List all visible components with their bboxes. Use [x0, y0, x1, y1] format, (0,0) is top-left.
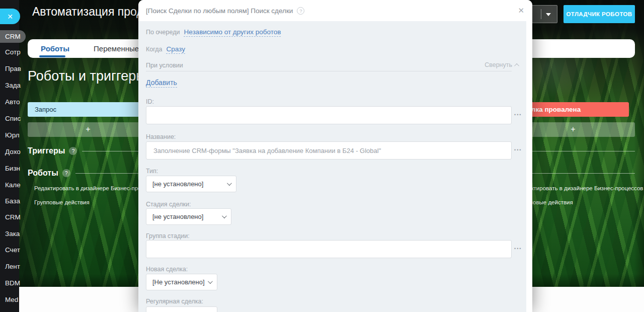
- stage-group-label: Группа стадии:: [146, 232, 190, 240]
- page-title: Роботы и триггеры: [28, 68, 146, 84]
- sidebar-item[interactable]: Зака: [5, 230, 20, 238]
- sidebar-item[interactable]: Прав: [5, 65, 21, 72]
- dots-menu-icon[interactable]: •••: [514, 112, 522, 117]
- type-select[interactable]: [не установлено]: [146, 176, 236, 192]
- section-triggers-label: Триггеры: [28, 146, 65, 155]
- chevron-down-icon: [546, 13, 551, 16]
- recurring-select[interactable]: [146, 306, 217, 312]
- when-row: Когда Сразу: [146, 45, 185, 54]
- page-header-title: Автоматизация прод: [32, 5, 143, 19]
- robot-debugger-button[interactable]: ОТЛАДЧИК РОБОТОВ: [564, 5, 635, 23]
- stage-group-input[interactable]: [146, 240, 512, 258]
- stage-select[interactable]: [не установлено]: [146, 208, 231, 225]
- dots-menu-icon[interactable]: •••: [514, 147, 522, 152]
- type-label: Тип:: [146, 168, 158, 175]
- when-label: Когда: [146, 46, 162, 53]
- chevron-up-icon: [514, 63, 519, 68]
- collapse-toggle[interactable]: Свернуть: [485, 61, 519, 68]
- sidebar-item[interactable]: CRM: [5, 213, 21, 221]
- name-input[interactable]: [146, 141, 512, 160]
- collapse-label: Свернуть: [485, 61, 512, 68]
- sidebar-item[interactable]: Спис: [5, 115, 21, 122]
- sidebar-item[interactable]: Авто: [5, 98, 20, 106]
- chevron-down-icon: [222, 213, 227, 218]
- name-label: Название:: [146, 133, 176, 140]
- add-status-button[interactable]: +: [28, 122, 148, 137]
- queue-value-link[interactable]: Независимо от других роботов: [184, 28, 281, 37]
- sidebar-item[interactable]: Дохо: [5, 148, 21, 155]
- tab-robots[interactable]: Роботы: [41, 44, 69, 53]
- new-deal-select[interactable]: [Не установлено]: [146, 274, 217, 290]
- button-divider: [541, 9, 541, 19]
- stage-select-value: [не установлено]: [152, 213, 203, 220]
- status-button-query[interactable]: Запрос: [28, 102, 148, 117]
- help-icon[interactable]: ?: [62, 169, 70, 177]
- sidebar-item[interactable]: Счет: [5, 246, 20, 254]
- sidebar-item[interactable]: Зада: [5, 82, 21, 89]
- help-icon[interactable]: ?: [297, 7, 304, 15]
- robot-settings-modal: [Поиск Сделки по любым полям] Поиск сдел…: [138, 0, 532, 312]
- queue-row: По очереди Независимо от других роботов: [146, 28, 281, 37]
- when-value-link[interactable]: Сразу: [166, 45, 185, 54]
- add-condition-link[interactable]: Добавить: [146, 79, 177, 88]
- active-tab-underline: [39, 55, 65, 57]
- sidebar-item[interactable]: Med: [5, 296, 18, 303]
- id-label: ID:: [146, 98, 154, 105]
- designer-link[interactable]: Редактировать в дизайнере Бизнес-процесс…: [518, 185, 643, 191]
- stage-label: Стадия сделки:: [146, 201, 191, 208]
- sidebar-item[interactable]: Лент: [5, 263, 20, 270]
- dropdown-caret-button[interactable]: [531, 5, 557, 23]
- sidebar-item[interactable]: Кале: [5, 181, 21, 189]
- type-select-value: [не установлено]: [152, 180, 203, 188]
- chevron-down-icon: [208, 279, 213, 284]
- sidebar-item-crm[interactable]: CRM: [0, 30, 26, 43]
- recurring-label: Регулярная сделка:: [146, 298, 203, 305]
- modal-close-button[interactable]: ✕: [518, 6, 524, 15]
- tab-variables[interactable]: Переменные: [94, 44, 139, 53]
- new-deal-select-value: [Не установлено]: [152, 278, 205, 286]
- dots-menu-icon[interactable]: •••: [514, 246, 522, 251]
- condition-label: При условии: [146, 62, 183, 69]
- chevron-down-icon: [227, 181, 232, 186]
- sidebar-item[interactable]: BDM: [5, 279, 20, 287]
- group-actions-link[interactable]: Групповые действия: [34, 199, 90, 205]
- divider: [146, 71, 512, 71]
- sidebar-item[interactable]: Сотр: [5, 48, 21, 56]
- modal-titlebar: [Поиск Сделки по любым полям] Поиск сдел…: [138, 0, 532, 21]
- sidebar-item[interactable]: Бизн: [5, 165, 20, 172]
- queue-label: По очереди: [146, 29, 180, 36]
- modal-scrollbar[interactable]: [526, 21, 532, 312]
- sidebar-item[interactable]: База: [5, 197, 20, 205]
- modal-title: [Поиск Сделки по любым полям] Поиск сдел…: [146, 7, 293, 15]
- id-input[interactable]: [146, 106, 512, 124]
- section-robots-label: Роботы: [28, 169, 58, 178]
- new-deal-label: Новая сделка:: [146, 266, 188, 273]
- sidebar-item[interactable]: Юрл: [5, 131, 20, 139]
- close-icon: ✕: [7, 13, 13, 21]
- menu-close-tag[interactable]: ✕: [0, 9, 20, 24]
- help-icon[interactable]: ?: [69, 147, 77, 155]
